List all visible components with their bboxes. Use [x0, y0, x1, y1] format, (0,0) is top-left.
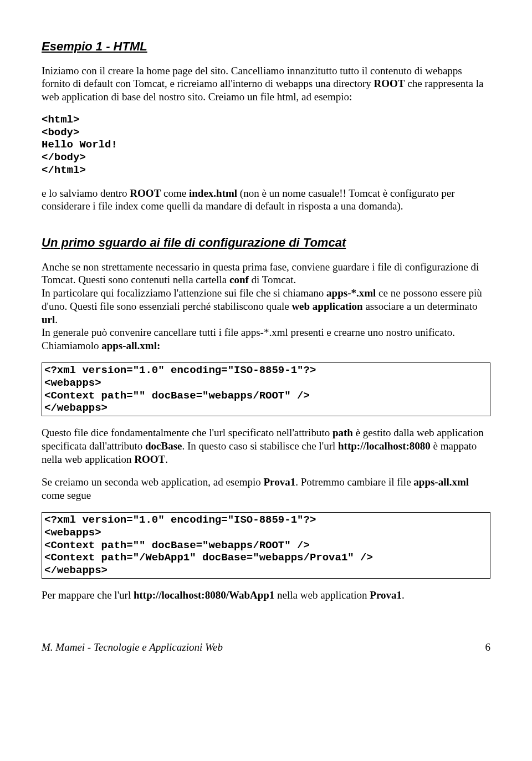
footer-text: M. Mamei - Tecnologie e Applicazioni Web [42, 641, 223, 654]
text: . In questo caso si stabilisce che l'url [182, 440, 339, 452]
text: di Tomcat. [249, 274, 296, 285]
section-heading-2: Un primo sguardo ai file di configurazio… [42, 235, 490, 251]
code-apps-xml-2: <?xml version="1.0" encoding="ISO-8859-1… [42, 512, 490, 579]
text-bold: apps-all.xml: [101, 340, 160, 351]
paragraph-explain: Questo file dice fondamentalmente che l'… [42, 426, 490, 466]
paragraph-conf-1: Anche se non strettamente necessario in … [42, 261, 490, 287]
text: come [161, 187, 189, 199]
text: . [165, 453, 168, 465]
text-bold: conf [229, 274, 249, 285]
text: come segue [42, 489, 91, 501]
text-bold: apps-*.xml [326, 287, 376, 299]
text-bold: ROOT [134, 453, 165, 465]
page-number: 6 [485, 641, 491, 654]
text-bold: http://localhost:8080/WabApp1 [134, 589, 274, 601]
code-html-example: <html> <body> Hello World! </body> </htm… [42, 114, 490, 177]
paragraph-save: e lo salviamo dentro ROOT come index.htm… [42, 187, 490, 213]
text: Per mappare che l'url [42, 589, 134, 601]
text-bold: url [42, 314, 55, 325]
code-apps-xml-1: <?xml version="1.0" encoding="ISO-8859-1… [42, 362, 490, 416]
text-bold: docBase [145, 440, 182, 452]
text-bold: path [332, 427, 353, 438]
text: . [55, 314, 58, 325]
paragraph-map: Per mappare che l'url http://localhost:8… [42, 589, 490, 602]
paragraph-prova1: Se creiamo un seconda web application, a… [42, 476, 490, 502]
text: nella web application [274, 589, 370, 601]
text-bold: apps-all.xml [413, 476, 469, 488]
text: e lo salviamo dentro [42, 187, 130, 199]
text-bold: Prova1 [370, 589, 402, 601]
paragraph-conf-3: In generale può convenire cancellare tut… [42, 326, 490, 353]
section-heading-1: Esempio 1 - HTML [42, 39, 490, 54]
text: In particolare qui focalizziamo l'attenz… [42, 287, 326, 299]
paragraph-conf-2: In particolare qui focalizziamo l'attenz… [42, 287, 490, 326]
text-bold: http://localhost:8080 [338, 440, 431, 452]
text: Questo file dice fondamentalmente che l'… [42, 427, 332, 438]
text-bold: web application [291, 300, 362, 312]
page-footer: M. Mamei - Tecnologie e Applicazioni Web… [42, 641, 490, 654]
text: . [402, 589, 405, 601]
text-bold: Prova1 [263, 476, 295, 488]
text: Se creiamo un seconda web application, a… [42, 476, 263, 488]
text-bold: index.html [189, 187, 237, 199]
text-bold: ROOT [374, 78, 405, 89]
text: associare a un determinato [363, 300, 478, 312]
text-bold: ROOT [130, 187, 161, 199]
text: . Potremmo cambiare il file [295, 476, 413, 488]
paragraph-intro: Iniziamo con il creare la home page del … [42, 64, 490, 104]
